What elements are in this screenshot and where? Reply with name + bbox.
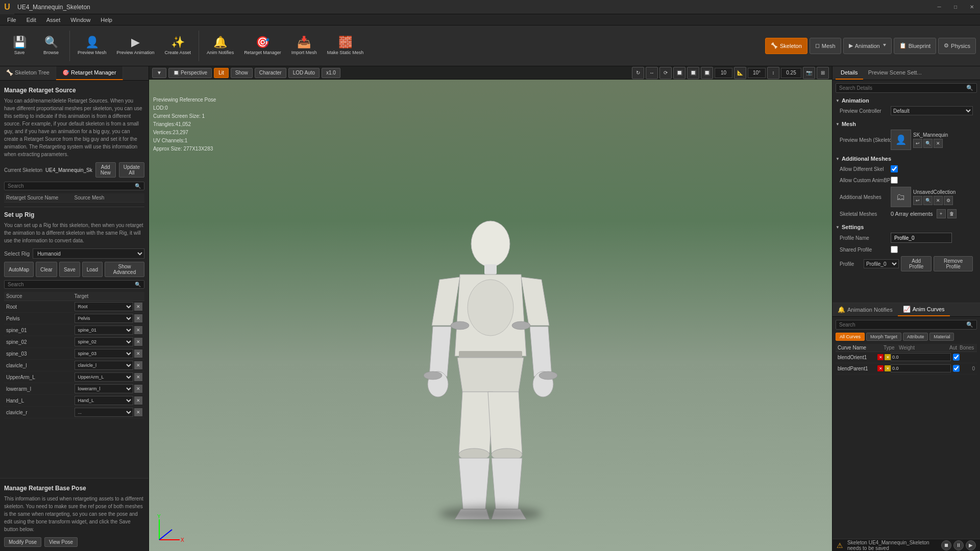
menu-file[interactable]: File	[2, 16, 21, 24]
filter-all-curves[interactable]: All Curves	[836, 333, 865, 341]
skeletal-meshes-add[interactable]: +	[937, 209, 946, 218]
bone-clavicle-r-clear[interactable]: ✕	[134, 408, 142, 416]
create-asset-button[interactable]: ✨ Create Asset	[160, 28, 196, 64]
viewport-scale-input[interactable]: 0.25	[781, 68, 801, 78]
scale-button[interactable]: x1.0	[322, 68, 340, 78]
blend-orient-icon-1[interactable]: ✕	[877, 354, 884, 360]
save-ctrl-play[interactable]: ▶	[966, 540, 976, 550]
load-rig-button[interactable]: Load	[82, 262, 103, 277]
vc-btn-9[interactable]: 📷	[803, 67, 815, 79]
bone-target-spine01-select[interactable]: spine_01	[75, 325, 134, 335]
anim-curves-search-input[interactable]	[839, 322, 966, 328]
blend-parent-weight[interactable]: 0.0	[891, 364, 951, 372]
tab-details[interactable]: Details	[836, 66, 863, 80]
tab-retarget-manager[interactable]: 🎯 Retarget Manager	[56, 66, 123, 80]
blend-parent-auto-check[interactable]	[953, 365, 960, 372]
tab-anim-curves[interactable]: 📈 Anim Curves	[898, 303, 950, 316]
additional-mesh-edit[interactable]: ↩	[913, 196, 922, 205]
additional-mesh-settings[interactable]: ⚙	[944, 196, 953, 205]
animation-mode-button[interactable]: ▶ Animation	[843, 38, 892, 54]
vc-btn-5[interactable]: 🔲	[687, 67, 699, 79]
blueprint-mode-button[interactable]: 📋 Blueprint	[894, 38, 936, 54]
settings-section-header[interactable]: ▼ Settings	[836, 222, 977, 232]
viewport[interactable]: ▼ 🔲 Perspective Lit Show Character LOD A…	[149, 66, 832, 551]
tab-skeleton-tree[interactable]: 🦴 Skeleton Tree	[0, 66, 56, 80]
character-button[interactable]: Character	[255, 68, 286, 78]
bone-target-clavicle-l-select[interactable]: clavicle_l	[75, 361, 134, 370]
mesh-mode-button[interactable]: ◻ Mesh	[810, 38, 841, 54]
bone-spine03-clear[interactable]: ✕	[134, 349, 142, 358]
add-profile-button[interactable]: Add Profile	[901, 256, 932, 271]
preview-animation-button[interactable]: ▶ Preview Animation	[112, 28, 159, 64]
make-static-mesh-button[interactable]: 🧱 Make Static Mesh	[323, 28, 369, 64]
mesh-section-header[interactable]: ▼ Mesh	[836, 119, 977, 129]
animation-section-header[interactable]: ▼ Animation	[836, 96, 977, 105]
allow-diff-skel-checkbox[interactable]	[891, 165, 898, 172]
close-button[interactable]: ✕	[964, 0, 980, 14]
tab-preview-scene[interactable]: Preview Scene Sett...	[863, 66, 927, 80]
import-mesh-button[interactable]: 📥 Import Mesh	[287, 28, 322, 64]
viewport-options-button[interactable]: ▼	[152, 68, 166, 78]
bone-root-clear[interactable]: ✕	[134, 303, 142, 311]
bone-clavicle-l-clear[interactable]: ✕	[134, 361, 142, 369]
filter-morph-target[interactable]: Morph Target	[866, 333, 901, 341]
filter-attribute[interactable]: Attribute	[903, 333, 928, 341]
menu-window[interactable]: Window	[65, 16, 95, 24]
bone-target-pelvis-select[interactable]: Pelvis	[75, 314, 134, 323]
bone-target-spine03-select[interactable]: spine_03	[75, 349, 134, 358]
lit-button[interactable]: Lit	[214, 68, 229, 78]
bone-hand-l-clear[interactable]: ✕	[134, 396, 142, 405]
anim-notifies-button[interactable]: 🔔 Anim Notifies	[202, 28, 238, 64]
save-rig-button[interactable]: Save	[59, 262, 80, 277]
add-new-button[interactable]: Add New	[95, 162, 116, 178]
vc-btn-10[interactable]: ⊞	[817, 67, 829, 79]
save-button[interactable]: 💾 Save	[4, 28, 35, 64]
retarget-manager-button[interactable]: 🎯 Retarget Manager	[239, 28, 286, 64]
bone-upperarm-l-clear[interactable]: ✕	[134, 373, 142, 381]
mesh-clear-icon[interactable]: ✕	[934, 139, 943, 148]
vc-btn-4[interactable]: 🔲	[673, 67, 685, 79]
rig-search-input[interactable]	[8, 282, 135, 287]
clear-button[interactable]: Clear	[36, 262, 57, 277]
vc-btn-3[interactable]: ⟳	[659, 67, 672, 79]
modify-pose-button[interactable]: Modify Pose	[4, 537, 41, 547]
vc-btn-7[interactable]: 📐	[734, 67, 746, 79]
bone-target-spine02-select[interactable]: spine_02	[75, 337, 134, 346]
shared-profile-checkbox[interactable]	[891, 246, 898, 253]
physics-mode-button[interactable]: ⚙ Physics	[938, 38, 976, 54]
additional-meshes-header[interactable]: ▼ Additional Meshes	[836, 154, 977, 163]
profile-select[interactable]: Profile_0	[864, 259, 899, 268]
update-all-button[interactable]: Update All	[119, 162, 144, 178]
preview-controller-select[interactable]: Default	[891, 106, 973, 115]
bone-target-clavicle-r-select[interactable]: ...	[75, 408, 134, 417]
automap-button[interactable]: AutoMap	[4, 262, 34, 277]
details-search-input[interactable]	[839, 85, 966, 91]
blend-parent-icon-2[interactable]: ✕	[885, 365, 891, 371]
retarget-source-search-input[interactable]	[8, 183, 135, 189]
preview-mesh-button[interactable]: 👤 Preview Mesh	[73, 28, 111, 64]
menu-help[interactable]: Help	[95, 16, 117, 24]
save-ctrl-stop[interactable]: ⏹	[941, 540, 951, 550]
bone-pelvis-clear[interactable]: ✕	[134, 314, 142, 322]
remove-profile-button[interactable]: Remove Profile	[934, 256, 973, 271]
maximize-button[interactable]: □	[947, 0, 964, 14]
bone-target-upperarm-l-select[interactable]: UpperArm_L	[75, 372, 134, 382]
bone-spine01-clear[interactable]: ✕	[134, 326, 142, 334]
allow-custom-anim-bp-checkbox[interactable]	[891, 177, 898, 184]
perspective-button[interactable]: 🔲 Perspective	[168, 68, 212, 78]
menu-edit[interactable]: Edit	[21, 16, 41, 24]
vc-btn-8[interactable]: ↕	[767, 67, 779, 79]
skeletal-meshes-remove[interactable]: 🗑	[947, 209, 957, 218]
blend-orient-auto-check[interactable]	[953, 354, 960, 361]
menu-asset[interactable]: Asset	[41, 16, 66, 24]
show-advanced-button[interactable]: Show Advanced	[105, 262, 144, 277]
vc-btn-6[interactable]: 🔲	[701, 67, 713, 79]
viewport-num-input[interactable]: 10	[715, 68, 732, 78]
tab-animation-notifies[interactable]: 🔔 Animation Notifies	[832, 303, 898, 316]
profile-name-input[interactable]: Profile_0	[891, 233, 952, 243]
skeleton-mode-button[interactable]: 🦴 Skeleton	[765, 38, 807, 54]
bone-spine02-clear[interactable]: ✕	[134, 338, 142, 346]
blend-orient-weight[interactable]: 0.0	[891, 353, 951, 361]
bone-target-root-select[interactable]: Root	[75, 302, 134, 311]
select-rig-dropdown[interactable]: Humanoid None	[33, 248, 144, 259]
